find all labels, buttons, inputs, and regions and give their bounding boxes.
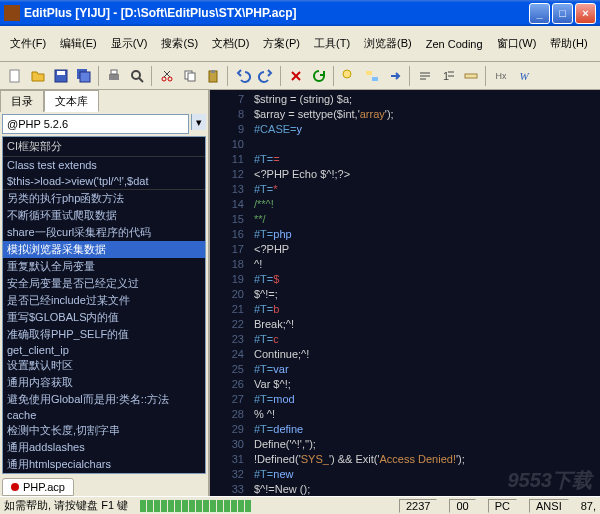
svg-rect-21 xyxy=(372,77,378,81)
separator xyxy=(333,66,335,86)
list-item[interactable]: 另类的执行php函数方法 xyxy=(3,190,205,207)
svg-point-10 xyxy=(168,77,172,81)
window-controls: _ □ × xyxy=(529,3,596,24)
list-item[interactable]: 是否已经include过某文件 xyxy=(3,292,205,309)
svg-rect-20 xyxy=(366,71,372,75)
separator xyxy=(485,66,487,86)
ruler-icon[interactable] xyxy=(460,65,482,87)
list-item[interactable]: 模拟浏览器采集数据 xyxy=(3,241,205,258)
tab-directory[interactable]: 目录 xyxy=(0,90,44,112)
status-encoding: ANSI xyxy=(529,499,569,513)
print-icon[interactable] xyxy=(103,65,125,87)
dropdown-value: @PHP 5.2.6 xyxy=(7,118,68,130)
menu-item[interactable]: 帮助(H) xyxy=(544,34,593,53)
list-item[interactable]: 设置默认时区 xyxy=(3,357,205,374)
save-all-icon[interactable] xyxy=(73,65,95,87)
list-item[interactable]: share一段curl采集程序的代码 xyxy=(3,224,205,241)
menu-item[interactable]: 工具(T) xyxy=(308,34,356,53)
svg-rect-4 xyxy=(80,72,90,82)
list-item[interactable]: 通用htmlspecialchars xyxy=(3,456,205,473)
separator xyxy=(409,66,411,86)
close-button[interactable]: × xyxy=(575,3,596,24)
menu-item[interactable]: Zen Coding xyxy=(420,36,489,52)
copy-icon[interactable] xyxy=(179,65,201,87)
cut-icon[interactable] xyxy=(156,65,178,87)
new-file-icon[interactable] xyxy=(4,65,26,87)
menubar: 文件(F)编辑(E)显示(V)搜索(S)文档(D)方案(P)工具(T)浏览器(B… xyxy=(0,26,600,62)
separator xyxy=(227,66,229,86)
menu-item[interactable]: 窗口(W) xyxy=(491,34,543,53)
document-tab[interactable]: PHP.acp xyxy=(2,478,74,496)
preview-icon[interactable] xyxy=(126,65,148,87)
code-editor[interactable]: 7891011121314151617181920212223242526272… xyxy=(210,90,600,496)
menu-item[interactable]: 方案(P) xyxy=(257,34,306,53)
menu-item[interactable]: 显示(V) xyxy=(105,34,154,53)
window-title: EditPlus [YIJU] - [D:\Soft\EditPlus\STX\… xyxy=(24,6,529,20)
panel-tabs: 目录 文本库 xyxy=(0,90,208,112)
svg-point-19 xyxy=(343,70,351,78)
list-item[interactable]: 不断循环重试爬取数据 xyxy=(3,207,205,224)
list-item[interactable]: 重复默认全局变量 xyxy=(3,258,205,275)
cancel-icon[interactable] xyxy=(285,65,307,87)
svg-rect-16 xyxy=(211,70,215,73)
dropdown-row: @PHP 5.2.6 ▾ xyxy=(0,112,208,136)
linenumber-icon[interactable]: 1 xyxy=(437,65,459,87)
save-icon[interactable] xyxy=(50,65,72,87)
menu-item[interactable]: 编辑(E) xyxy=(54,34,103,53)
svg-line-8 xyxy=(139,78,143,82)
dropdown-arrow-icon[interactable]: ▾ xyxy=(191,114,206,130)
refresh-icon[interactable] xyxy=(308,65,330,87)
modified-dot-icon xyxy=(11,483,19,491)
replace-icon[interactable] xyxy=(361,65,383,87)
hex-icon[interactable]: Hx xyxy=(490,65,512,87)
list-item[interactable]: 避免使用Global而是用:类名::方法 xyxy=(3,391,205,408)
list-item[interactable]: cache xyxy=(3,408,205,422)
separator xyxy=(98,66,100,86)
tab-label: PHP.acp xyxy=(23,481,65,493)
list-item[interactable]: 安全局变量是否已经定义过 xyxy=(3,275,205,292)
maximize-button[interactable]: □ xyxy=(552,3,573,24)
paste-icon[interactable] xyxy=(202,65,224,87)
library-dropdown[interactable]: @PHP 5.2.6 xyxy=(2,114,189,134)
toolbar: 1 Hx W xyxy=(0,62,600,90)
goto-icon[interactable] xyxy=(384,65,406,87)
status-help: 如需帮助, 请按键盘 F1 键 xyxy=(4,498,128,513)
menu-item[interactable]: 文件(F) xyxy=(4,34,52,53)
tab-cliptext[interactable]: 文本库 xyxy=(44,90,99,112)
progress-bar xyxy=(140,500,387,512)
status-col: 00 xyxy=(449,499,475,513)
list-item[interactable]: 检测中文长度,切割字串 xyxy=(3,422,205,439)
preview-line: Class test extends xyxy=(3,157,205,173)
redo-icon[interactable] xyxy=(255,65,277,87)
svg-point-9 xyxy=(162,77,166,81)
list-header: CI框架部分 xyxy=(3,137,205,157)
minimize-button[interactable]: _ xyxy=(529,3,550,24)
line-gutter: 7891011121314151617181920212223242526272… xyxy=(210,90,250,496)
menu-item[interactable]: 浏览器(B) xyxy=(358,34,418,53)
list-item[interactable]: 重写$GLOBALS内的值 xyxy=(3,309,205,326)
code-area[interactable]: $string = (string) $a;$array = settype($… xyxy=(250,90,600,496)
open-file-icon[interactable] xyxy=(27,65,49,87)
separator xyxy=(151,66,153,86)
titlebar: EditPlus [YIJU] - [D:\Soft\EditPlus\STX\… xyxy=(0,0,600,26)
list-item[interactable]: get_client_ip xyxy=(3,343,205,357)
svg-rect-5 xyxy=(109,74,119,80)
svg-rect-2 xyxy=(57,71,65,75)
list-item[interactable]: 准确取得PHP_SELF的值 xyxy=(3,326,205,343)
list-item[interactable]: 通用addslashes xyxy=(3,439,205,456)
svg-rect-6 xyxy=(111,70,117,74)
status-mode: PC xyxy=(488,499,517,513)
find-icon[interactable] xyxy=(338,65,360,87)
main-area: 目录 文本库 @PHP 5.2.6 ▾ CI框架部分 Class test ex… xyxy=(0,90,600,496)
svg-point-7 xyxy=(132,71,140,79)
status-right: 87, xyxy=(581,500,596,512)
undo-icon[interactable] xyxy=(232,65,254,87)
menu-item[interactable]: 文档(D) xyxy=(206,34,255,53)
wordwrap-icon[interactable] xyxy=(414,65,436,87)
svg-rect-0 xyxy=(10,70,19,82)
menu-item[interactable]: 搜索(S) xyxy=(155,34,204,53)
statusbar: 如需帮助, 请按键盘 F1 键 2237 00 PC ANSI 87, xyxy=(0,496,600,514)
preview-line: $this->load->view('tpl/^!',$dat xyxy=(3,173,205,190)
list-item[interactable]: 通用内容获取 xyxy=(3,374,205,391)
browser-icon[interactable]: W xyxy=(513,65,535,87)
